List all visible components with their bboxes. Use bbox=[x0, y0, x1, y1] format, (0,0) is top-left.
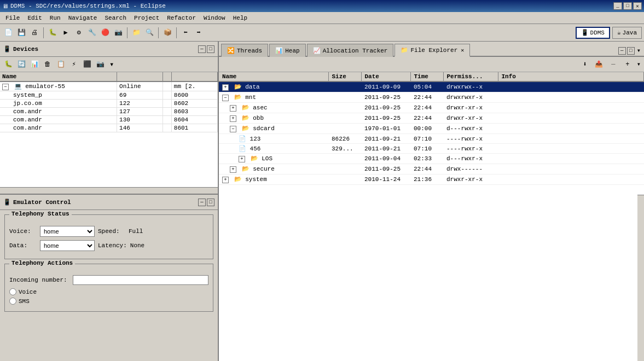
run-btn[interactable]: ▶ bbox=[60, 27, 72, 39]
java-icon: ☕ bbox=[617, 29, 621, 36]
java-label: Java bbox=[623, 30, 637, 36]
maximize-btn[interactable]: □ bbox=[623, 2, 632, 10]
fe-info bbox=[498, 174, 644, 185]
table-row[interactable]: + 📂 asec 2011-09-25 22:44 drwxr-xr-x bbox=[219, 103, 644, 113]
incoming-input[interactable] bbox=[73, 275, 208, 285]
menu-file[interactable]: File bbox=[2, 14, 23, 22]
tab-heap[interactable]: 📊 Heap bbox=[269, 44, 305, 57]
fe-new-folder-btn[interactable]: + bbox=[622, 59, 634, 71]
minimize-btn[interactable]: _ bbox=[613, 2, 622, 10]
fe-date: 2011-09-21 bbox=[361, 144, 410, 154]
table-row[interactable]: − 📂 sdcard 1970-01-01 00:00 d---rwxr-x bbox=[219, 124, 644, 134]
emulator-minimize-btn[interactable]: — bbox=[198, 199, 206, 206]
table-row[interactable]: com.andr 127 8603 bbox=[0, 108, 218, 116]
process-name: system_p bbox=[0, 91, 117, 100]
fe-delete-btn[interactable]: — bbox=[607, 59, 619, 71]
tab-menu-btn[interactable]: ▾ bbox=[636, 46, 642, 55]
emulator-maximize-btn[interactable]: □ bbox=[207, 199, 214, 206]
data-select[interactable]: home bbox=[40, 240, 95, 251]
menu-help[interactable]: Help bbox=[230, 14, 251, 22]
devices-scrollbar-h[interactable] bbox=[0, 187, 218, 194]
menu-window[interactable]: Window bbox=[200, 14, 229, 22]
fe-col-name: Name bbox=[219, 72, 328, 81]
fe-name: 📄 456 bbox=[219, 144, 328, 154]
right-minimize-btn[interactable]: — bbox=[618, 47, 626, 55]
table-row[interactable]: 📄 456 329... 2011-09-21 07:10 ----rwxr-x bbox=[219, 144, 644, 154]
menu-project[interactable]: Project bbox=[131, 14, 163, 22]
menu-navigate[interactable]: Navigate bbox=[65, 14, 101, 22]
voice-select[interactable]: home bbox=[40, 226, 95, 237]
tab-file-explorer[interactable]: 📁 File Explorer ✕ bbox=[394, 44, 470, 57]
expand-icon[interactable]: − bbox=[222, 95, 229, 101]
emulator-panel-header: 📱 Emulator Control — □ bbox=[0, 195, 218, 210]
expand-icon[interactable]: + bbox=[230, 166, 236, 173]
tab-allocation[interactable]: 📈 Allocation Tracker bbox=[307, 44, 394, 57]
new-btn[interactable]: 📄 bbox=[2, 27, 14, 39]
right-panel: 🔀 Threads 📊 Heap 📈 Allocation Tracker 📁 … bbox=[219, 42, 644, 361]
devices-minimize-btn[interactable]: — bbox=[198, 45, 206, 53]
table-row[interactable]: 📄 123 86226 2011-09-21 07:10 ----rwxr-x bbox=[219, 134, 644, 144]
fe-name: − 📂 sdcard bbox=[219, 124, 328, 134]
table-row[interactable]: − 💻 emulator-55 Online mm [2. bbox=[0, 81, 218, 91]
table-row[interactable]: − 📂 mnt 2011-09-25 22:44 drwxrwxr-x bbox=[219, 92, 644, 103]
right-maximize-btn[interactable]: □ bbox=[627, 47, 635, 55]
tool7[interactable]: 📦 bbox=[161, 27, 173, 39]
table-row[interactable]: com.andr 130 8604 bbox=[0, 116, 218, 124]
tool5[interactable]: 📁 bbox=[130, 27, 142, 39]
menu-search[interactable]: Search bbox=[101, 14, 130, 22]
devices-maximize-btn[interactable]: □ bbox=[207, 45, 214, 53]
expand-icon[interactable]: − bbox=[2, 84, 9, 90]
tool2[interactable]: 🔧 bbox=[86, 27, 98, 39]
save-btn[interactable]: 💾 bbox=[15, 27, 27, 39]
menu-run[interactable]: Run bbox=[47, 14, 64, 22]
expand-icon[interactable]: + bbox=[230, 105, 236, 112]
tool1[interactable]: ⚙ bbox=[73, 27, 85, 39]
tracing-btn[interactable]: ⚡ bbox=[68, 59, 80, 71]
update-heap-btn[interactable]: 📊 bbox=[28, 59, 40, 71]
debug-process-btn[interactable]: 🐛 bbox=[2, 59, 14, 71]
cause-gc-btn[interactable]: 🗑 bbox=[42, 59, 54, 71]
fe-push-btn[interactable]: 📤 bbox=[593, 59, 605, 71]
table-row[interactable]: com.andr 146 8601 bbox=[0, 124, 218, 132]
java-perspective-btn[interactable]: ☕ Java bbox=[612, 27, 642, 39]
update-threads-btn[interactable]: 🔄 bbox=[15, 59, 27, 71]
tool8[interactable]: ⬅ bbox=[179, 27, 192, 39]
expand-icon[interactable]: + bbox=[222, 177, 229, 183]
tool9[interactable]: ➡ bbox=[193, 27, 205, 39]
table-row[interactable]: + 📂 system 2010-11-24 21:36 drwxr-xr-x bbox=[219, 174, 644, 185]
devices-menu-btn[interactable]: ▾ bbox=[109, 60, 114, 69]
menu-refactor[interactable]: Refactor bbox=[164, 14, 199, 22]
screenshot-btn[interactable]: 📷 bbox=[94, 59, 106, 71]
fe-date: 2011-09-25 bbox=[361, 164, 410, 174]
expand-icon[interactable]: + bbox=[230, 115, 236, 122]
tab-threads[interactable]: 🔀 Threads bbox=[221, 44, 268, 57]
fe-menu-btn[interactable]: ▾ bbox=[636, 60, 642, 68]
print-btn[interactable]: 🖨 bbox=[28, 27, 40, 39]
expand-icon[interactable]: + bbox=[222, 84, 229, 91]
fe-pull-btn[interactable]: ⬇ bbox=[579, 59, 591, 71]
table-row[interactable]: + 📂 obb 2011-09-25 22:44 drwxr-xr-x bbox=[219, 113, 644, 124]
window-controls[interactable]: _ □ ✕ bbox=[613, 2, 642, 10]
close-btn[interactable]: ✕ bbox=[633, 2, 642, 10]
tool3[interactable]: 🔴 bbox=[99, 27, 111, 39]
table-row[interactable]: system_p 69 8600 bbox=[0, 91, 218, 100]
stop-btn[interactable]: ⬛ bbox=[81, 59, 93, 71]
expand-icon[interactable]: + bbox=[239, 156, 245, 162]
menu-edit[interactable]: Edit bbox=[24, 14, 45, 22]
tool6[interactable]: 🔍 bbox=[143, 27, 155, 39]
fe-size bbox=[328, 92, 361, 103]
expand-icon[interactable]: − bbox=[230, 126, 236, 132]
sms-radio[interactable] bbox=[9, 298, 16, 305]
table-row[interactable]: + 📂 data 2011-09-09 05:04 drwxrwx--x bbox=[219, 81, 644, 92]
tool4[interactable]: 📷 bbox=[112, 27, 124, 39]
debug-btn[interactable]: 🐛 bbox=[47, 27, 59, 39]
table-row[interactable]: + 📂 secure 2011-09-25 22:44 drwx------ bbox=[219, 164, 644, 174]
process-col3 bbox=[163, 124, 172, 132]
dump-hprof-btn[interactable]: 📋 bbox=[55, 59, 67, 71]
table-row[interactable]: jp.co.om 122 8602 bbox=[0, 100, 218, 108]
fe-name: 📄 123 bbox=[219, 134, 328, 144]
voice-radio[interactable] bbox=[9, 288, 16, 295]
table-row[interactable]: + 📂 LOS 2011-09-04 02:33 d---rwxr-x bbox=[219, 154, 644, 164]
tab-close-btn[interactable]: ✕ bbox=[461, 47, 464, 54]
ddms-perspective-btn[interactable]: 📱 DDMS bbox=[576, 27, 610, 39]
